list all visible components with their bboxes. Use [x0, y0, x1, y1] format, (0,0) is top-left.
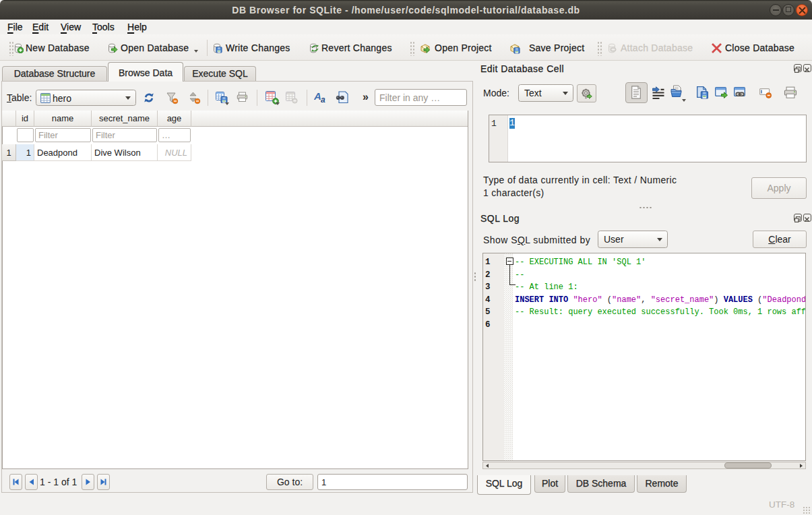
svg-text:a: a	[321, 95, 325, 104]
